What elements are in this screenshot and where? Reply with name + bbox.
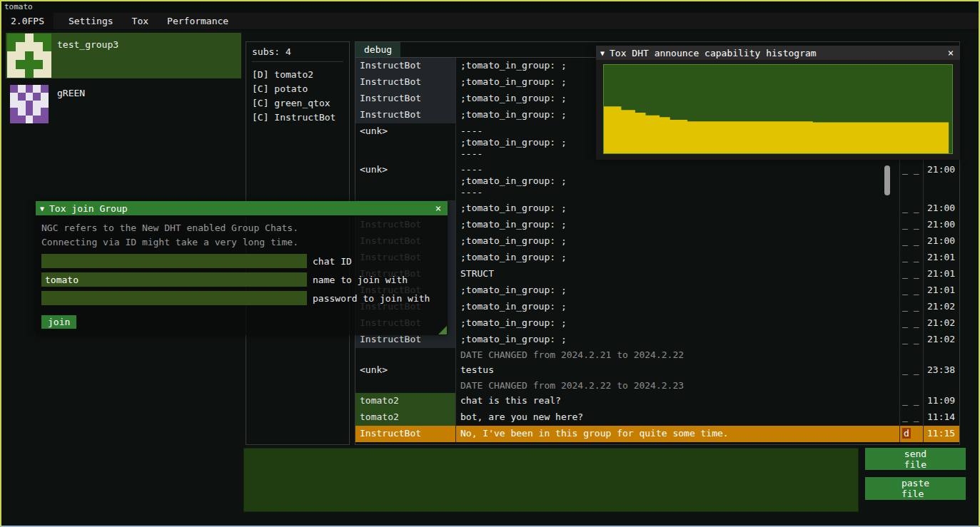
message-text: ;tomato_in_group: ; [456, 282, 899, 299]
message-input[interactable] [243, 448, 859, 512]
message-status: _ _ [900, 299, 923, 315]
message-status: _ _ [900, 250, 923, 266]
message-time: 11:15 [924, 426, 959, 442]
close-icon[interactable]: × [946, 48, 956, 58]
message-text: ;tomato_in_group: ; [456, 315, 899, 332]
join-field-input[interactable] [41, 291, 307, 305]
collapse-arrow-icon[interactable]: ▼ [600, 49, 605, 57]
chat-message-row[interactable]: InstructBot No, I've been in this group … [355, 426, 959, 442]
window-titlebar[interactable]: tomato [1, 1, 979, 13]
message-text: No, I've been in this group for quite so… [456, 426, 899, 442]
chat-message-row[interactable]: DATE CHANGED from 2024.2.21 to 2024.2.22 [355, 348, 959, 362]
join-window-body: NGC refers to the New DHT enabled Group … [36, 215, 448, 335]
chat-message-row[interactable]: tomato2 bot, are you new here? _ _ 11:14 [355, 409, 959, 426]
message-time: 21:00 [924, 217, 959, 233]
histogram-area [604, 106, 949, 153]
message-status: _ _ [900, 393, 923, 409]
tab-debug[interactable]: debug [355, 42, 400, 57]
message-sender [355, 379, 455, 393]
group-name: gREEN [57, 81, 85, 127]
group-avatar [7, 34, 51, 78]
subscriber-item[interactable]: [C] InstructBot [252, 111, 343, 125]
chat-message-row[interactable]: DATE CHANGED from 2024.2.22 to 2024.2.23 [355, 379, 959, 393]
message-text: ;tomato_in_group: ; [456, 217, 899, 233]
message-time [924, 348, 959, 362]
subs-count-label: subs: 4 [252, 46, 343, 62]
join-field-row: chat ID [41, 254, 442, 268]
message-sender [355, 348, 455, 362]
join-group-window: ▼ Tox join Group × NGC refers to the New… [36, 201, 448, 335]
menu-item[interactable]: Tox [123, 13, 158, 29]
message-time [924, 379, 959, 393]
message-text: testus [456, 362, 899, 379]
message-time: 11:14 [924, 409, 959, 426]
message-sender: InstructBot [355, 58, 455, 74]
menu-item-label: Tox [132, 16, 148, 26]
join-button[interactable]: join [41, 315, 76, 329]
paste-file-label: paste file [901, 478, 929, 499]
message-text: STRUCT [456, 266, 899, 282]
message-time: 11:09 [924, 393, 959, 409]
histogram-body [596, 60, 960, 160]
message-status [900, 348, 923, 362]
join-field-label: name to join with [313, 275, 408, 285]
message-sender: InstructBot [355, 91, 455, 107]
message-time: 21:00 [924, 233, 959, 250]
message-time: 21:02 [924, 332, 959, 348]
group-avatar [10, 85, 49, 123]
join-field-input[interactable] [41, 272, 307, 287]
message-sender: InstructBot [355, 107, 455, 123]
join-field-row: name to join with [41, 272, 442, 287]
collapse-arrow-icon[interactable]: ▼ [40, 205, 44, 213]
chat-message-row[interactable]: <unk> testus _ _ 23:38 [355, 362, 959, 379]
message-time: 23:38 [924, 362, 959, 379]
message-text: bot, are you new here? [456, 409, 899, 426]
subscriber-item[interactable]: [C] green_qtox [252, 96, 343, 111]
message-text: ;tomato_in_group: ; [456, 250, 899, 266]
chat-message-row[interactable]: <unk> ---- ;tomato_in_group: ; ---- _ _ … [355, 162, 959, 200]
message-time: 21:01 [924, 282, 959, 299]
join-field-label: password to join with [313, 293, 430, 304]
join-window-titlebar[interactable]: ▼ Tox join Group × [36, 201, 448, 215]
message-status: _ _ [900, 162, 923, 200]
send-file-label: send file [904, 449, 926, 470]
message-time: 21:02 [924, 299, 959, 315]
message-time: 21:01 [924, 266, 959, 282]
menu-item[interactable]: 2.0FPS [1, 13, 54, 29]
message-sender: <unk> [355, 123, 455, 162]
send-file-button[interactable]: send file [865, 448, 966, 470]
message-time: 21:01 [924, 250, 959, 266]
join-fields: chat ID name to join with password to jo… [41, 254, 442, 305]
menu-item[interactable]: Performance [158, 13, 238, 29]
roster-group-item[interactable]: test_group3 [6, 33, 241, 78]
join-info-line1: NGC refers to the New DHT enabled Group … [41, 221, 442, 235]
message-status: _ _ [900, 200, 923, 217]
histogram-window-titlebar[interactable]: ▼ Tox DHT announce capability histogram … [596, 46, 960, 60]
message-sender: InstructBot [355, 426, 455, 442]
message-status: d [900, 426, 923, 442]
menu-item-label: Settings [69, 16, 113, 26]
message-sender: <unk> [355, 162, 455, 200]
message-text: DATE CHANGED from 2024.2.21 to 2024.2.22 [456, 348, 899, 362]
group-list: test_group3 gREEN [6, 33, 241, 130]
subscriber-item[interactable]: [D] tomato2 [252, 68, 343, 82]
paste-file-button[interactable]: paste file [865, 477, 966, 500]
close-icon[interactable]: × [433, 203, 443, 213]
subscriber-item[interactable]: [C] potato [252, 82, 343, 96]
menu-item[interactable]: Settings [59, 13, 123, 29]
join-field-label: chat ID [313, 256, 352, 267]
message-status: _ _ [900, 282, 923, 299]
message-status [900, 379, 923, 393]
roster-group-item[interactable]: gREEN [6, 81, 241, 127]
histogram-svg [604, 65, 952, 153]
message-text: chat is this real? [456, 393, 899, 409]
resize-grip-icon[interactable] [438, 326, 447, 334]
chat-message-row[interactable]: tomato2 chat is this real? _ _ 11:09 [355, 393, 959, 409]
menu-item-label: 2.0FPS [11, 16, 44, 26]
message-sender: tomato2 [355, 409, 455, 426]
message-text: DATE CHANGED from 2024.2.22 to 2024.2.23 [456, 379, 899, 393]
message-text: ---- ;tomato_in_group: ; ---- [456, 162, 899, 200]
chat-scrollbar-thumb[interactable] [884, 165, 890, 195]
subs-list: [D] tomato2 [C] potato [C] green_qtox [C… [252, 68, 343, 125]
join-field-input[interactable] [41, 254, 307, 268]
